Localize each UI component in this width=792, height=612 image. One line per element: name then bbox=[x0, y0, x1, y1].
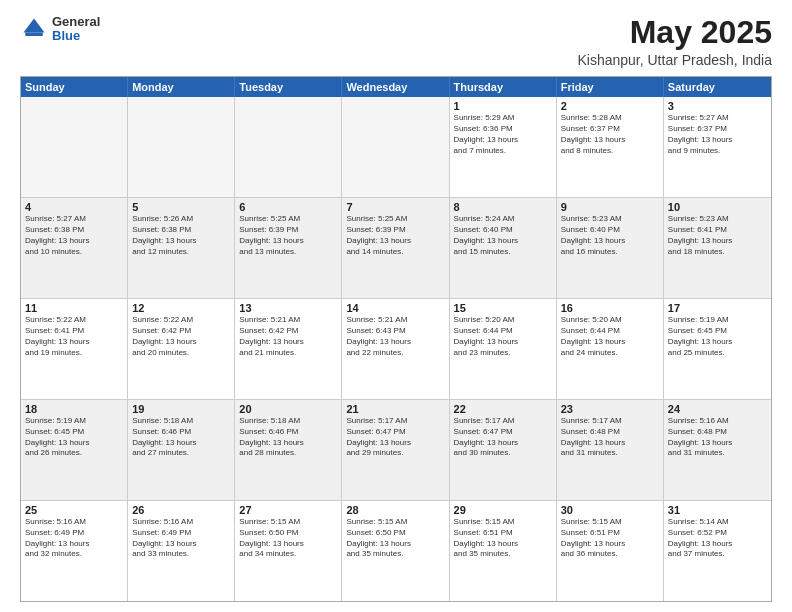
day-number: 26 bbox=[132, 504, 230, 516]
calendar-week-row: 4Sunrise: 5:27 AM Sunset: 6:38 PM Daylig… bbox=[21, 198, 771, 299]
day-info: Sunrise: 5:16 AM Sunset: 6:49 PM Dayligh… bbox=[25, 517, 123, 560]
day-cell: 18Sunrise: 5:19 AM Sunset: 6:45 PM Dayli… bbox=[21, 400, 128, 500]
day-cell: 11Sunrise: 5:22 AM Sunset: 6:41 PM Dayli… bbox=[21, 299, 128, 399]
day-info: Sunrise: 5:17 AM Sunset: 6:48 PM Dayligh… bbox=[561, 416, 659, 459]
day-info: Sunrise: 5:22 AM Sunset: 6:41 PM Dayligh… bbox=[25, 315, 123, 358]
day-cell: 22Sunrise: 5:17 AM Sunset: 6:47 PM Dayli… bbox=[450, 400, 557, 500]
day-info: Sunrise: 5:25 AM Sunset: 6:39 PM Dayligh… bbox=[239, 214, 337, 257]
day-cell: 28Sunrise: 5:15 AM Sunset: 6:50 PM Dayli… bbox=[342, 501, 449, 601]
day-number: 17 bbox=[668, 302, 767, 314]
day-number: 31 bbox=[668, 504, 767, 516]
empty-day-cell bbox=[21, 97, 128, 197]
day-info: Sunrise: 5:15 AM Sunset: 6:51 PM Dayligh… bbox=[561, 517, 659, 560]
day-number: 11 bbox=[25, 302, 123, 314]
day-number: 7 bbox=[346, 201, 444, 213]
day-cell: 30Sunrise: 5:15 AM Sunset: 6:51 PM Dayli… bbox=[557, 501, 664, 601]
day-number: 22 bbox=[454, 403, 552, 415]
day-info: Sunrise: 5:27 AM Sunset: 6:37 PM Dayligh… bbox=[668, 113, 767, 156]
day-info: Sunrise: 5:21 AM Sunset: 6:43 PM Dayligh… bbox=[346, 315, 444, 358]
day-cell: 12Sunrise: 5:22 AM Sunset: 6:42 PM Dayli… bbox=[128, 299, 235, 399]
empty-day-cell bbox=[342, 97, 449, 197]
day-info: Sunrise: 5:20 AM Sunset: 6:44 PM Dayligh… bbox=[561, 315, 659, 358]
day-info: Sunrise: 5:26 AM Sunset: 6:38 PM Dayligh… bbox=[132, 214, 230, 257]
day-number: 12 bbox=[132, 302, 230, 314]
day-cell: 1Sunrise: 5:29 AM Sunset: 6:36 PM Daylig… bbox=[450, 97, 557, 197]
day-number: 24 bbox=[668, 403, 767, 415]
day-number: 6 bbox=[239, 201, 337, 213]
day-number: 16 bbox=[561, 302, 659, 314]
day-info: Sunrise: 5:19 AM Sunset: 6:45 PM Dayligh… bbox=[25, 416, 123, 459]
svg-rect-1 bbox=[25, 33, 43, 37]
day-cell: 15Sunrise: 5:20 AM Sunset: 6:44 PM Dayli… bbox=[450, 299, 557, 399]
empty-day-cell bbox=[235, 97, 342, 197]
weekday-header: Saturday bbox=[664, 77, 771, 97]
day-number: 18 bbox=[25, 403, 123, 415]
day-number: 21 bbox=[346, 403, 444, 415]
weekday-header: Sunday bbox=[21, 77, 128, 97]
day-number: 29 bbox=[454, 504, 552, 516]
day-number: 5 bbox=[132, 201, 230, 213]
day-number: 15 bbox=[454, 302, 552, 314]
logo: General Blue bbox=[20, 15, 100, 44]
day-number: 9 bbox=[561, 201, 659, 213]
day-cell: 20Sunrise: 5:18 AM Sunset: 6:46 PM Dayli… bbox=[235, 400, 342, 500]
day-number: 2 bbox=[561, 100, 659, 112]
day-info: Sunrise: 5:15 AM Sunset: 6:50 PM Dayligh… bbox=[239, 517, 337, 560]
day-cell: 21Sunrise: 5:17 AM Sunset: 6:47 PM Dayli… bbox=[342, 400, 449, 500]
day-cell: 26Sunrise: 5:16 AM Sunset: 6:49 PM Dayli… bbox=[128, 501, 235, 601]
day-info: Sunrise: 5:17 AM Sunset: 6:47 PM Dayligh… bbox=[454, 416, 552, 459]
day-info: Sunrise: 5:16 AM Sunset: 6:48 PM Dayligh… bbox=[668, 416, 767, 459]
day-info: Sunrise: 5:15 AM Sunset: 6:50 PM Dayligh… bbox=[346, 517, 444, 560]
day-number: 20 bbox=[239, 403, 337, 415]
day-info: Sunrise: 5:29 AM Sunset: 6:36 PM Dayligh… bbox=[454, 113, 552, 156]
day-info: Sunrise: 5:16 AM Sunset: 6:49 PM Dayligh… bbox=[132, 517, 230, 560]
header: General Blue May 2025 Kishanpur, Uttar P… bbox=[20, 15, 772, 68]
calendar: SundayMondayTuesdayWednesdayThursdayFrid… bbox=[20, 76, 772, 602]
day-info: Sunrise: 5:21 AM Sunset: 6:42 PM Dayligh… bbox=[239, 315, 337, 358]
day-number: 30 bbox=[561, 504, 659, 516]
day-info: Sunrise: 5:17 AM Sunset: 6:47 PM Dayligh… bbox=[346, 416, 444, 459]
day-cell: 7Sunrise: 5:25 AM Sunset: 6:39 PM Daylig… bbox=[342, 198, 449, 298]
day-cell: 31Sunrise: 5:14 AM Sunset: 6:52 PM Dayli… bbox=[664, 501, 771, 601]
day-number: 23 bbox=[561, 403, 659, 415]
day-info: Sunrise: 5:14 AM Sunset: 6:52 PM Dayligh… bbox=[668, 517, 767, 560]
weekday-header: Thursday bbox=[450, 77, 557, 97]
logo-text: General Blue bbox=[52, 15, 100, 44]
empty-day-cell bbox=[128, 97, 235, 197]
weekday-header: Monday bbox=[128, 77, 235, 97]
logo-blue: Blue bbox=[52, 29, 100, 43]
calendar-week-row: 25Sunrise: 5:16 AM Sunset: 6:49 PM Dayli… bbox=[21, 501, 771, 601]
main-title: May 2025 bbox=[577, 15, 772, 50]
day-number: 25 bbox=[25, 504, 123, 516]
day-number: 8 bbox=[454, 201, 552, 213]
subtitle: Kishanpur, Uttar Pradesh, India bbox=[577, 52, 772, 68]
svg-marker-0 bbox=[24, 19, 45, 33]
day-cell: 6Sunrise: 5:25 AM Sunset: 6:39 PM Daylig… bbox=[235, 198, 342, 298]
day-number: 4 bbox=[25, 201, 123, 213]
calendar-body: 1Sunrise: 5:29 AM Sunset: 6:36 PM Daylig… bbox=[21, 97, 771, 601]
weekday-header: Wednesday bbox=[342, 77, 449, 97]
day-cell: 5Sunrise: 5:26 AM Sunset: 6:38 PM Daylig… bbox=[128, 198, 235, 298]
day-info: Sunrise: 5:24 AM Sunset: 6:40 PM Dayligh… bbox=[454, 214, 552, 257]
day-number: 19 bbox=[132, 403, 230, 415]
day-cell: 24Sunrise: 5:16 AM Sunset: 6:48 PM Dayli… bbox=[664, 400, 771, 500]
day-info: Sunrise: 5:23 AM Sunset: 6:40 PM Dayligh… bbox=[561, 214, 659, 257]
logo-general: General bbox=[52, 15, 100, 29]
day-number: 14 bbox=[346, 302, 444, 314]
logo-icon bbox=[20, 15, 48, 43]
day-cell: 17Sunrise: 5:19 AM Sunset: 6:45 PM Dayli… bbox=[664, 299, 771, 399]
day-info: Sunrise: 5:27 AM Sunset: 6:38 PM Dayligh… bbox=[25, 214, 123, 257]
day-info: Sunrise: 5:18 AM Sunset: 6:46 PM Dayligh… bbox=[239, 416, 337, 459]
calendar-week-row: 18Sunrise: 5:19 AM Sunset: 6:45 PM Dayli… bbox=[21, 400, 771, 501]
day-cell: 4Sunrise: 5:27 AM Sunset: 6:38 PM Daylig… bbox=[21, 198, 128, 298]
day-cell: 13Sunrise: 5:21 AM Sunset: 6:42 PM Dayli… bbox=[235, 299, 342, 399]
day-number: 1 bbox=[454, 100, 552, 112]
day-cell: 8Sunrise: 5:24 AM Sunset: 6:40 PM Daylig… bbox=[450, 198, 557, 298]
day-info: Sunrise: 5:28 AM Sunset: 6:37 PM Dayligh… bbox=[561, 113, 659, 156]
day-number: 13 bbox=[239, 302, 337, 314]
weekday-header: Tuesday bbox=[235, 77, 342, 97]
day-cell: 10Sunrise: 5:23 AM Sunset: 6:41 PM Dayli… bbox=[664, 198, 771, 298]
day-cell: 14Sunrise: 5:21 AM Sunset: 6:43 PM Dayli… bbox=[342, 299, 449, 399]
day-info: Sunrise: 5:19 AM Sunset: 6:45 PM Dayligh… bbox=[668, 315, 767, 358]
day-cell: 2Sunrise: 5:28 AM Sunset: 6:37 PM Daylig… bbox=[557, 97, 664, 197]
